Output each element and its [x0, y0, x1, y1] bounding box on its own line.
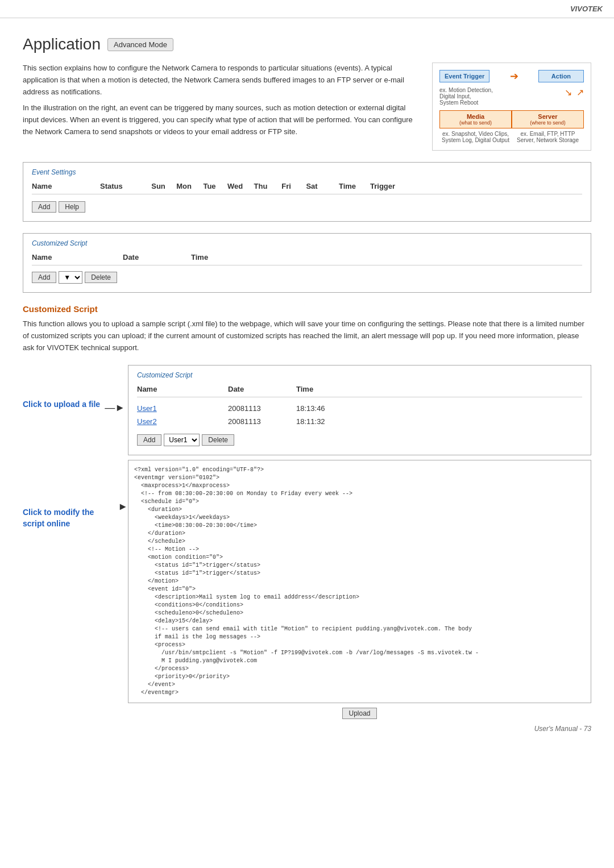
customized-script-panel-title-top: Customized Script [32, 239, 582, 247]
header-fri: Fri [273, 182, 299, 190]
footer-text: User's Manual - 73 [534, 725, 591, 733]
table-row: User2 20081113 18:11:32 [137, 415, 582, 428]
user1-link[interactable]: User1 [137, 404, 228, 413]
script-delete-button-expanded[interactable]: Delete [202, 434, 234, 446]
script-controls-top: Add ▼ Delete [32, 271, 582, 284]
event-help-button[interactable]: Help [59, 201, 85, 213]
header-name: Name [32, 182, 100, 190]
event-settings-panel: Event Settings Name Status Sun Mon Tue W… [23, 162, 591, 222]
script-user-select-expanded[interactable]: User1 User2 [164, 434, 200, 446]
header-wed: Wed [222, 182, 248, 190]
customized-script-panel-top: Customized Script Name Date Time Add ▼ D… [23, 233, 591, 293]
table-row: User1 20081113 18:13:46 [137, 402, 582, 415]
upload-row: Upload [128, 708, 591, 719]
script-right-content: Customized Script Name Date Time User1 2… [128, 365, 591, 719]
script-delete-button-top[interactable]: Delete [85, 272, 117, 283]
advanced-mode-badge[interactable]: Advanced Mode [107, 38, 173, 51]
customized-script-panel-expanded: Customized Script Name Date Time User1 2… [128, 365, 591, 455]
header-trigger: Trigger [370, 182, 427, 190]
arrow-down-media: ↘ [565, 87, 572, 98]
user2-date: 20081113 [228, 417, 296, 426]
user1-date: 20081113 [228, 404, 296, 413]
header-tue: Tue [197, 182, 222, 190]
user2-time: 18:11:32 [296, 417, 364, 426]
action-box: Action [538, 70, 584, 82]
script-table-header-top: Name Date Time [32, 253, 582, 265]
server-box-container: Server (where to send) ex. Email, FTP, H… [512, 110, 584, 143]
arrow-down-server: ↗ [576, 87, 584, 98]
media-box: Media (what to send) [439, 110, 512, 128]
click-modify-label: Click to modify the script online [23, 507, 113, 529]
ex-trigger-text: ex. Motion Detection, Digital Input, Sys… [439, 87, 493, 106]
header-mon: Mon [171, 182, 197, 190]
server-box: Server (where to send) [512, 110, 584, 128]
event-trigger-box: Event Trigger [439, 70, 489, 82]
xml-editor[interactable]: <?xml version="1.0" encoding="UTF-8"?> <… [128, 460, 591, 703]
modify-arrow: ► [118, 501, 128, 513]
script-add-button-expanded[interactable]: Add [137, 434, 161, 446]
upload-button[interactable]: Upload [342, 708, 376, 719]
customized-script-section-title: Customized Script [23, 304, 591, 314]
script-table-header-expanded: Name Date Time [137, 385, 582, 397]
customized-script-panel-title-expanded: Customized Script [137, 371, 582, 379]
script-col-time: Time [296, 385, 364, 393]
intro-paragraph2: In the illustration on the right, an eve… [23, 102, 421, 138]
upload-arrow: —► [105, 402, 125, 414]
event-diagram: Event Trigger ➔ Action ex. Motion Detect… [432, 63, 591, 151]
customized-script-expanded: Click to upload a file —► Click to modif… [23, 365, 591, 719]
user2-link[interactable]: User2 [137, 417, 228, 426]
page-title: Application [23, 35, 101, 53]
header-thu: Thu [248, 182, 273, 190]
trigger-action-arrow: ➔ [510, 70, 518, 82]
ex-media-text: ex. Snapshot, Video Clips, System Log, D… [439, 131, 512, 143]
brand-label: VIVOTEK [570, 5, 603, 13]
customized-script-description: This function allows you to upload a sam… [23, 318, 591, 354]
header-sat: Sat [299, 182, 325, 190]
script-col-date: Date [228, 385, 296, 393]
script-controls-expanded: Add User1 User2 Delete [137, 434, 582, 446]
left-labels: Click to upload a file —► Click to modif… [23, 365, 128, 719]
script-header-name-top: Name [32, 253, 123, 261]
script-header-date-top: Date [123, 253, 191, 261]
event-table-header: Name Status Sun Mon Tue Wed Thu Fri Sat … [32, 182, 582, 194]
script-header-time-top: Time [191, 253, 259, 261]
script-add-button-top[interactable]: Add [32, 272, 56, 283]
user1-time: 18:13:46 [296, 404, 364, 413]
script-col-name: Name [137, 385, 228, 393]
click-upload-label: Click to upload a file [23, 399, 100, 410]
header-status: Status [100, 182, 146, 190]
event-add-button[interactable]: Add [32, 201, 56, 213]
event-settings-title: Event Settings [32, 168, 582, 176]
header-sun: Sun [146, 182, 171, 190]
header-time: Time [325, 182, 370, 190]
script-user-select-top[interactable]: ▼ [59, 271, 82, 284]
ex-server-text: ex. Email, FTP, HTTP Server, Network Sto… [512, 131, 584, 143]
intro-paragraph1: This section explains how to configure t… [23, 63, 421, 98]
media-box-container: Media (what to send) ex. Snapshot, Video… [439, 110, 512, 143]
